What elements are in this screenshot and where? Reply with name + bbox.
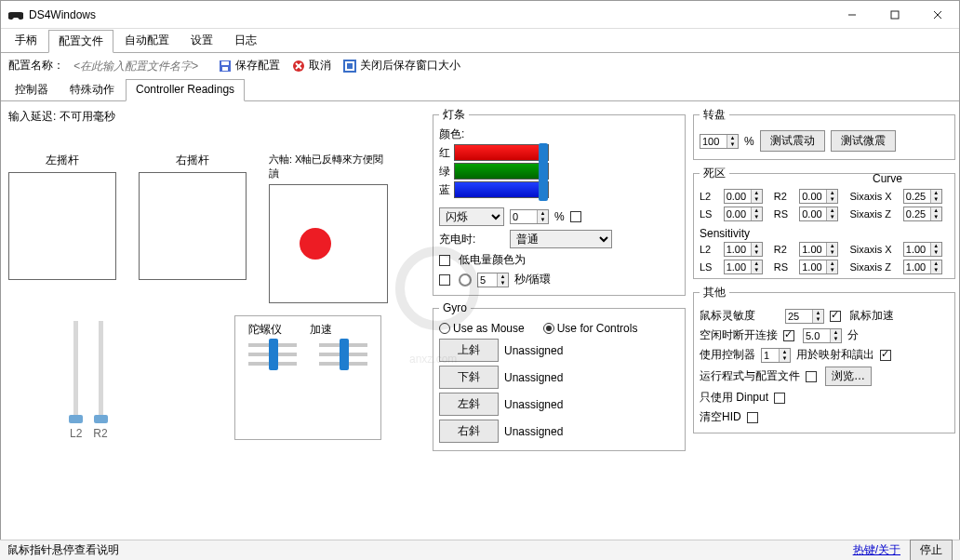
dz-sixaxis-z-input[interactable]: ▲▼ bbox=[903, 207, 942, 221]
svg-rect-5 bbox=[221, 61, 229, 65]
sens-ls-input[interactable]: ▲▼ bbox=[724, 260, 763, 274]
mouse-accel-check[interactable] bbox=[830, 311, 841, 322]
save-icon bbox=[218, 59, 233, 73]
svg-point-12 bbox=[460, 274, 471, 286]
test-heavy-rumble-button[interactable]: 测试震动 bbox=[760, 130, 825, 152]
use-controller-label: 使用控制器 bbox=[700, 347, 755, 363]
sec-loop-label: 秒/循環 bbox=[514, 272, 551, 287]
flush-hid-check[interactable] bbox=[747, 412, 758, 423]
hotkeys-about-link[interactable]: 热键/关于 bbox=[853, 542, 900, 558]
deadzone-legend: 死区 bbox=[700, 166, 729, 181]
status-tip: 鼠标指针悬停查看说明 bbox=[7, 542, 119, 558]
l2-trigger-slider: L2 bbox=[70, 321, 82, 440]
use-controller-input[interactable]: ▲▼ bbox=[761, 348, 791, 363]
idle-disconnect-check[interactable] bbox=[783, 330, 794, 341]
tab-log[interactable]: 日志 bbox=[224, 29, 267, 52]
idle-minutes-input[interactable]: ▲▼ bbox=[803, 328, 842, 343]
profile-name-label: 配置名称： bbox=[8, 58, 64, 73]
controller-readings-panel: 输入延迟: 不可用毫秒 左摇杆 右摇杆 六軸: X軸已反轉來方便閱讀 bbox=[1, 101, 429, 550]
keep-window-size-button[interactable]: 关闭后保存窗口大小 bbox=[340, 57, 463, 74]
dz-l2-input[interactable]: ▲▼ bbox=[724, 189, 763, 204]
green-slider[interactable] bbox=[454, 163, 549, 180]
subtab-controls[interactable]: 控制器 bbox=[5, 78, 59, 100]
sens-sixaxis-z-input[interactable]: ▲▼ bbox=[903, 260, 942, 274]
sens-sixaxis-x-input[interactable]: ▲▼ bbox=[903, 242, 942, 257]
idle-disconnect-label: 空闲时断开连接 bbox=[700, 327, 778, 343]
gyro-accel-row-2 bbox=[248, 353, 367, 356]
rumble-group: 转盘 ▲▼ % 测试震动 测试微震 bbox=[693, 107, 955, 160]
profile-toolbar: 配置名称： 保存配置 取消 关闭后保存窗口大小 bbox=[1, 53, 959, 78]
tab-controllers[interactable]: 手柄 bbox=[5, 29, 47, 52]
subtab-special-actions[interactable]: 特殊动作 bbox=[60, 78, 125, 100]
minimize-button[interactable] bbox=[831, 1, 873, 29]
rainbow-check[interactable] bbox=[439, 274, 450, 286]
blue-slider[interactable] bbox=[454, 181, 549, 198]
input-delay-label: 输入延迟: 不可用毫秒 bbox=[8, 109, 421, 125]
dz-rs-input[interactable]: ▲▼ bbox=[799, 207, 838, 221]
test-light-rumble-button[interactable]: 测试微震 bbox=[831, 130, 896, 152]
lightbar-legend: 灯条 bbox=[439, 107, 469, 123]
tab-profiles[interactable]: 配置文件 bbox=[48, 30, 113, 53]
charging-label: 充电时: bbox=[439, 232, 504, 247]
rumble-legend: 转盘 bbox=[700, 107, 729, 123]
gyro-accel-row-3 bbox=[248, 362, 367, 366]
gyro-tilt-right-button[interactable]: 右斜 bbox=[439, 420, 499, 443]
gyro-accel-row-1 bbox=[248, 343, 367, 347]
cancel-button[interactable]: 取消 bbox=[288, 57, 334, 74]
profile-name-input[interactable] bbox=[70, 58, 209, 74]
gyro-col-label: 陀螺仪 bbox=[248, 322, 282, 338]
gyro-tilt-down-button[interactable]: 下斜 bbox=[439, 366, 499, 389]
gyro-legend: Gyro bbox=[439, 301, 471, 314]
rumble-boost-input[interactable]: ▲▼ bbox=[700, 134, 739, 149]
left-stick-label: 左摇杆 bbox=[8, 153, 116, 168]
dz-sixaxis-x-input[interactable]: ▲▼ bbox=[903, 189, 942, 204]
lightbar-color-label: 颜色: bbox=[439, 127, 679, 142]
flash-mode-select[interactable]: 闪烁 bbox=[439, 207, 504, 226]
gyro-tilt-up-button[interactable]: 上斜 bbox=[439, 339, 499, 362]
flash-color-check[interactable] bbox=[570, 211, 581, 222]
subtab-controller-readings[interactable]: Controller Readings bbox=[126, 79, 245, 101]
gyro-use-mouse-radio[interactable]: Use as Mouse bbox=[439, 322, 525, 335]
maximize-button[interactable] bbox=[873, 1, 916, 29]
sens-l2-input[interactable]: ▲▼ bbox=[724, 242, 763, 257]
accel-col-label: 加速 bbox=[310, 322, 332, 338]
gyro-tilt-left-button[interactable]: 左斜 bbox=[439, 393, 499, 416]
flush-hid-label: 清空HID bbox=[700, 409, 741, 425]
for-mapping-check[interactable] bbox=[880, 350, 891, 361]
close-button[interactable] bbox=[916, 1, 959, 29]
sensitivity-label: Sensitivity bbox=[700, 227, 949, 240]
tab-settings[interactable]: 设置 bbox=[180, 29, 223, 52]
profile-subtabs: 控制器 特殊动作 Controller Readings bbox=[1, 78, 959, 101]
right-stick-display bbox=[139, 172, 247, 280]
launch-program-label: 运行程式与配置文件 bbox=[700, 368, 800, 384]
low-battery-color-check[interactable] bbox=[439, 255, 450, 266]
r2-trigger-slider: R2 bbox=[93, 321, 107, 440]
save-profile-button[interactable]: 保存配置 bbox=[215, 57, 283, 74]
flash-at-input[interactable]: ▲▼ bbox=[510, 209, 549, 224]
svg-rect-1 bbox=[891, 11, 899, 19]
app-icon bbox=[8, 7, 23, 22]
tab-autoprofiles[interactable]: 自动配置 bbox=[114, 29, 180, 52]
cancel-icon bbox=[291, 59, 306, 73]
main-tabs: 手柄 配置文件 自动配置 设置 日志 bbox=[1, 29, 959, 53]
sixaxis-dot bbox=[300, 228, 331, 260]
stop-button[interactable]: 停止 bbox=[910, 540, 953, 560]
browse-button[interactable]: 浏览… bbox=[825, 367, 872, 386]
deadzone-group: 死区 Curve L2▲▼ R2▲▼ Sixaxis X▲▼ LS▲▼ RS▲▼… bbox=[693, 166, 955, 279]
sens-rs-input[interactable]: ▲▼ bbox=[799, 260, 838, 274]
sens-r2-input[interactable]: ▲▼ bbox=[799, 242, 838, 257]
rainbow-seconds-input[interactable]: ▲▼ bbox=[477, 273, 509, 287]
dz-ls-input[interactable]: ▲▼ bbox=[724, 207, 763, 221]
gyro-use-controls-radio[interactable]: Use for Controls bbox=[543, 322, 638, 335]
sixaxis-label: 六軸: X軸已反轉來方便閱讀 bbox=[269, 153, 388, 180]
low-battery-color-label: 低电量颜色为 bbox=[459, 252, 526, 268]
launch-program-check[interactable] bbox=[806, 371, 817, 382]
dinput-only-check[interactable] bbox=[774, 393, 785, 404]
charging-mode-select[interactable]: 普通 bbox=[510, 230, 612, 248]
mouse-sens-input[interactable]: ▲▼ bbox=[785, 309, 824, 324]
red-slider[interactable] bbox=[454, 144, 549, 161]
gyro-group: Gyro Use as Mouse Use for Controls 上斜Una… bbox=[433, 301, 686, 451]
svg-rect-11 bbox=[347, 63, 353, 69]
right-stick-label: 右摇杆 bbox=[139, 153, 247, 168]
dz-r2-input[interactable]: ▲▼ bbox=[799, 189, 838, 204]
